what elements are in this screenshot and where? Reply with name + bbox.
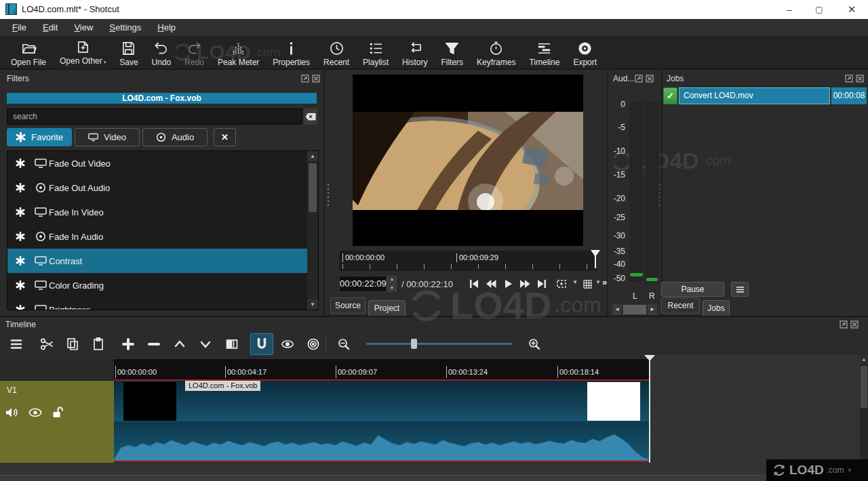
master-track-header[interactable]: Master bbox=[0, 359, 114, 381]
tab-audio-filters[interactable]: Audio bbox=[142, 128, 208, 146]
close-panel-icon[interactable] bbox=[312, 75, 320, 83]
scroll-down-icon[interactable]: ▼ bbox=[307, 299, 318, 310]
scroll-left-icon[interactable]: ◄ bbox=[612, 304, 622, 315]
zoom-in-button[interactable] bbox=[523, 333, 546, 355]
zoom-dropdown-caret[interactable]: ▼ bbox=[572, 279, 578, 285]
skip-to-start-button[interactable] bbox=[466, 276, 481, 291]
open-other-button[interactable]: Open Other▾ bbox=[53, 39, 113, 66]
close-panel-icon[interactable] bbox=[850, 320, 859, 329]
scrollbar-thumb[interactable] bbox=[623, 305, 646, 314]
float-panel-icon[interactable] bbox=[635, 75, 643, 83]
filters-button[interactable]: Filters bbox=[434, 41, 470, 66]
copy-button[interactable] bbox=[61, 333, 84, 355]
fast-forward-button[interactable] bbox=[517, 276, 532, 291]
timeline-horizontal-scrollbar[interactable] bbox=[0, 475, 868, 481]
float-panel-icon[interactable] bbox=[301, 75, 309, 83]
zoom-slider-handle[interactable] bbox=[411, 339, 417, 349]
grid-dropdown-caret[interactable]: ▼ bbox=[595, 279, 601, 285]
filter-list-item[interactable]: Fade In Audio bbox=[7, 224, 307, 249]
lift-button[interactable] bbox=[168, 333, 191, 355]
keyframes-button[interactable]: Keyframes bbox=[470, 41, 522, 66]
tab-project[interactable]: Project bbox=[368, 300, 406, 316]
timeline-menu-button[interactable] bbox=[5, 333, 28, 355]
tab-video-filters[interactable]: Video bbox=[75, 128, 140, 146]
timeline-empty-area[interactable] bbox=[650, 355, 860, 463]
tab-jobs[interactable]: Jobs bbox=[703, 300, 730, 316]
skip-to-end-button[interactable] bbox=[534, 276, 549, 291]
job-row[interactable]: Convert LO4D.mov bbox=[679, 87, 830, 104]
filter-list-item[interactable]: Brightness bbox=[7, 297, 307, 310]
cut-button[interactable] bbox=[35, 333, 58, 355]
play-button[interactable] bbox=[500, 276, 515, 291]
menu-help[interactable]: Help bbox=[149, 19, 184, 36]
filter-list-item[interactable]: Contrast bbox=[7, 249, 307, 273]
scrollbar-thumb[interactable] bbox=[309, 163, 317, 212]
video-preview[interactable] bbox=[353, 75, 583, 246]
playhead-handle[interactable] bbox=[591, 250, 600, 257]
filter-list-scrollbar[interactable]: ▲ ▼ bbox=[307, 151, 318, 310]
zoom-out-button[interactable] bbox=[332, 333, 355, 355]
filter-list-item[interactable]: Fade Out Video bbox=[7, 151, 307, 175]
export-button[interactable]: Export bbox=[566, 41, 604, 66]
timeline-zoom-slider[interactable] bbox=[366, 343, 512, 345]
scroll-up-icon[interactable]: ▲ bbox=[860, 355, 868, 364]
tab-recent[interactable]: Recent bbox=[661, 297, 700, 314]
lock-track-button[interactable] bbox=[52, 406, 66, 420]
undo-button[interactable]: Undo bbox=[145, 41, 178, 66]
seek-bar[interactable]: 00:00:00:00 00:00:09:29 bbox=[339, 251, 597, 271]
maximize-button[interactable]: ▢ bbox=[804, 0, 834, 19]
deselect-filter-button[interactable]: ✕ bbox=[214, 128, 236, 146]
filter-list-item[interactable]: Fade Out Audio bbox=[7, 175, 307, 200]
rewind-button[interactable] bbox=[483, 276, 498, 291]
recent-button[interactable]: Recent bbox=[317, 41, 356, 66]
playlist-button[interactable]: Playlist bbox=[356, 41, 395, 66]
spin-up-icon[interactable]: ▲ bbox=[387, 276, 397, 284]
clear-search-button[interactable]: ✕ bbox=[304, 108, 317, 125]
menu-settings[interactable]: Settings bbox=[101, 19, 149, 36]
paste-button[interactable] bbox=[87, 333, 110, 355]
ripple-delete-button[interactable] bbox=[142, 333, 165, 355]
v1-track-header[interactable]: V1 bbox=[0, 381, 114, 463]
toggle-zoom-button[interactable] bbox=[553, 276, 570, 291]
splitter-handle[interactable] bbox=[326, 183, 330, 207]
grid-button[interactable] bbox=[580, 276, 594, 291]
close-panel-icon[interactable] bbox=[646, 75, 654, 83]
minimize-button[interactable]: – bbox=[774, 0, 804, 19]
jobs-menu-button[interactable] bbox=[731, 282, 749, 297]
peak-meter-button[interactable]: Peak Meter bbox=[211, 41, 266, 66]
pause-button[interactable]: Pause bbox=[661, 282, 724, 297]
overwrite-button[interactable] bbox=[194, 333, 217, 355]
close-panel-icon[interactable] bbox=[856, 75, 864, 83]
filter-list-item[interactable]: Fade In Video bbox=[7, 200, 307, 224]
filter-search-input[interactable] bbox=[7, 108, 302, 125]
save-button[interactable]: Save bbox=[113, 41, 144, 66]
timeline-playhead-handle[interactable] bbox=[644, 355, 655, 361]
scroll-up-icon[interactable]: ▲ bbox=[307, 151, 318, 161]
scrub-while-dragging-button[interactable] bbox=[276, 333, 299, 355]
audio-clip[interactable] bbox=[114, 426, 650, 461]
timeline-vertical-scrollbar[interactable]: ▲ bbox=[860, 355, 868, 463]
timeline-button[interactable]: Timeline bbox=[522, 41, 566, 66]
float-panel-icon[interactable] bbox=[840, 320, 848, 329]
timeline-playhead[interactable] bbox=[649, 355, 650, 463]
filter-list-item[interactable]: Color Grading bbox=[7, 273, 307, 297]
menu-edit[interactable]: Edit bbox=[35, 19, 66, 36]
mute-track-button[interactable] bbox=[5, 406, 20, 420]
properties-button[interactable]: Properties bbox=[266, 41, 317, 66]
history-button[interactable]: History bbox=[395, 41, 434, 66]
scroll-right-icon[interactable]: ► bbox=[648, 304, 657, 315]
meter-scrollbar[interactable]: ◄ ► bbox=[612, 304, 657, 315]
hide-track-button[interactable] bbox=[28, 406, 43, 420]
ripple-all-tracks-button[interactable] bbox=[302, 333, 325, 355]
marker-button[interactable] bbox=[220, 333, 243, 355]
menu-view[interactable]: View bbox=[66, 19, 101, 36]
open-file-button[interactable]: Open File bbox=[4, 41, 53, 66]
menu-file[interactable]: File bbox=[4, 19, 35, 36]
snap-toggle-button[interactable] bbox=[250, 333, 273, 355]
float-panel-icon[interactable] bbox=[845, 75, 853, 83]
tab-favorite-filters[interactable]: Favorite bbox=[7, 128, 72, 146]
close-button[interactable]: ✕ bbox=[835, 0, 868, 19]
toolbar-overflow-button[interactable]: » bbox=[602, 277, 607, 287]
current-timecode-field[interactable]: 00:00:22:09 bbox=[339, 276, 387, 292]
append-button[interactable] bbox=[117, 333, 140, 355]
